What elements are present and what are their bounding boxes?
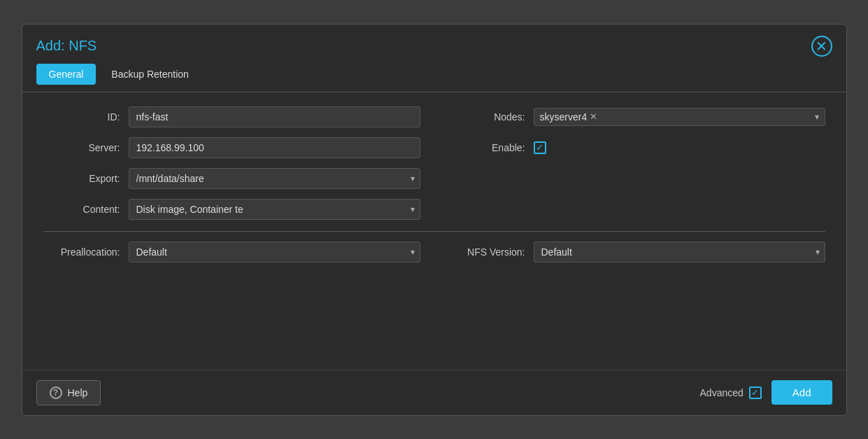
advanced-text: Advanced <box>700 387 744 398</box>
help-button[interactable]: ? Help <box>36 380 101 405</box>
nodes-tag-value: skyserver4 <box>540 111 588 123</box>
tab-bar: General Backup Retention <box>22 64 846 85</box>
preallocation-select[interactable]: Default <box>129 242 420 263</box>
nodes-tag: skyserver4 ✕ <box>540 111 598 123</box>
advanced-row: Advanced <box>700 386 762 399</box>
export-select-wrapper: /mnt/data/share ▾ <box>129 168 420 189</box>
bottom-form-grid: Preallocation: Default ▾ NFS Version: De… <box>43 242 825 263</box>
help-icon: ? <box>50 386 62 399</box>
server-label: Server: <box>43 142 120 153</box>
server-row: Server: <box>43 137 420 158</box>
content-row: Content: Disk image, Container te ▾ <box>43 199 420 220</box>
content-select[interactable]: Disk image, Container te <box>129 199 420 220</box>
nodes-input[interactable]: skyserver4 ✕ ▾ <box>534 108 825 126</box>
add-nfs-dialog: Add: NFS ✕ General Backup Retention ID: … <box>22 24 847 416</box>
nodes-tag-remove[interactable]: ✕ <box>590 111 597 122</box>
tab-general[interactable]: General <box>36 64 97 85</box>
export-label: Export: <box>43 173 120 184</box>
dialog-footer: ? Help Advanced Add <box>22 370 846 415</box>
export-row: Export: /mnt/data/share ▾ <box>43 168 420 189</box>
id-label: ID: <box>43 111 120 123</box>
dialog-title: Add: NFS <box>36 38 97 54</box>
preallocation-select-wrapper: Default ▾ <box>129 242 420 263</box>
nfs-version-select[interactable]: Default <box>534 242 825 263</box>
empty-right-2 <box>448 199 825 220</box>
id-input[interactable] <box>129 106 420 127</box>
add-button[interactable]: Add <box>771 380 832 405</box>
content-select-wrapper: Disk image, Container te ▾ <box>129 199 420 220</box>
section-divider <box>43 231 825 232</box>
preallocation-row: Preallocation: Default ▾ <box>43 242 420 263</box>
nodes-label: Nodes: <box>448 111 525 123</box>
nodes-dropdown-arrow[interactable]: ▾ <box>815 112 819 122</box>
close-button[interactable]: ✕ <box>811 36 832 57</box>
nodes-row: Nodes: skyserver4 ✕ ▾ <box>448 106 825 127</box>
content-label: Content: <box>43 204 120 215</box>
enable-checkbox-wrapper <box>534 141 546 154</box>
advanced-checkbox[interactable] <box>749 386 762 399</box>
enable-checkbox[interactable] <box>534 141 546 154</box>
tab-backup-retention[interactable]: Backup Retention <box>99 64 201 85</box>
help-label: Help <box>68 387 88 398</box>
server-input[interactable] <box>129 137 420 158</box>
dialog-header: Add: NFS ✕ <box>22 25 846 64</box>
nfs-version-select-wrapper: Default ▾ <box>534 242 825 263</box>
form-grid: ID: Nodes: skyserver4 ✕ ▾ Server: <box>43 106 825 220</box>
empty-right-1 <box>448 168 825 189</box>
form-body: ID: Nodes: skyserver4 ✕ ▾ Server: <box>22 92 846 370</box>
id-row: ID: <box>43 106 420 127</box>
export-select[interactable]: /mnt/data/share <box>129 168 420 189</box>
nfs-version-row: NFS Version: Default ▾ <box>448 242 825 263</box>
enable-label: Enable: <box>448 142 525 153</box>
footer-right: Advanced Add <box>700 380 832 405</box>
nfs-version-label: NFS Version: <box>448 246 525 258</box>
preallocation-label: Preallocation: <box>43 246 120 258</box>
enable-row: Enable: <box>448 137 825 158</box>
